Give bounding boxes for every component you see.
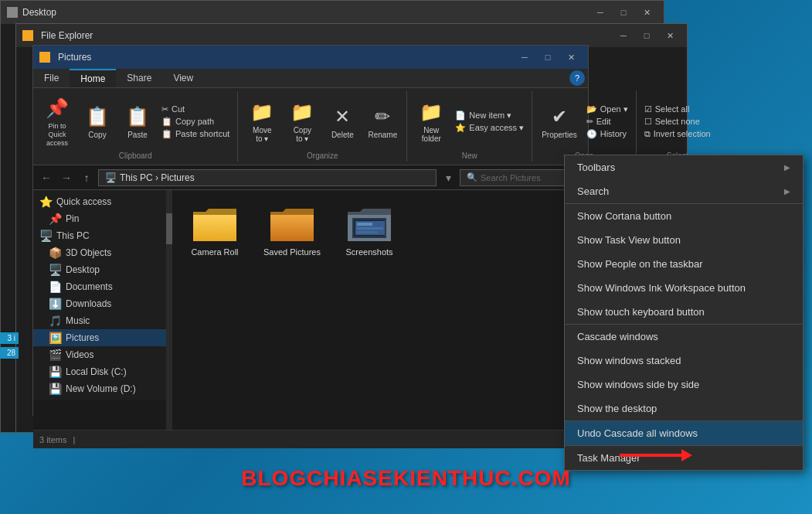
pictures-window-title: Pictures bbox=[58, 52, 509, 63]
move-to-button[interactable]: 📁 Moveto ▾ bbox=[243, 97, 281, 146]
select-none-icon: ☐ bbox=[644, 117, 652, 127]
sidebar-scrollbar[interactable] bbox=[166, 190, 172, 400]
invert-selection-button[interactable]: ⧉ Invert selection bbox=[641, 128, 714, 140]
sidebar-item-quick-access[interactable]: ⭐ Quick access bbox=[33, 193, 172, 210]
help-button[interactable]: ? bbox=[569, 70, 585, 86]
paste-shortcut-icon: 📋 bbox=[161, 129, 172, 139]
pin-to-quick-access-button[interactable]: 📌 Pin to Quick access bbox=[38, 93, 76, 150]
context-menu-item-keyboard[interactable]: Show touch keyboard button bbox=[565, 300, 803, 325]
pics-close-button[interactable]: ✕ bbox=[560, 49, 582, 66]
sidebar-item-quick-access-label: Quick access bbox=[56, 196, 111, 207]
sidebar-item-desktop[interactable]: 🖥️ Desktop bbox=[33, 261, 172, 278]
file-item-camera-roll[interactable]: Camera Roll bbox=[180, 198, 250, 263]
file-explorer-controls: ─ □ ✕ bbox=[613, 27, 681, 44]
sidebar-item-pictures-label: Pictures bbox=[66, 332, 99, 343]
select-none-button[interactable]: ☐ Select none bbox=[641, 116, 714, 128]
fe-close-button[interactable]: ✕ bbox=[659, 27, 681, 44]
back-button[interactable]: ← bbox=[38, 169, 55, 186]
tab-view[interactable]: View bbox=[162, 69, 204, 87]
desktop-maximize-button[interactable]: □ bbox=[613, 4, 634, 21]
delete-button[interactable]: ✕ Delete bbox=[323, 101, 362, 142]
sidebar-item-pictures[interactable]: 🖼️ Pictures bbox=[33, 329, 172, 346]
file-item-screenshots[interactable]: Screenshots bbox=[335, 198, 404, 263]
sidebar-item-videos[interactable]: 🎬 Videos bbox=[33, 346, 172, 363]
sidebar-scrollbar-thumb[interactable] bbox=[166, 213, 172, 244]
copy-to-label: Copyto ▾ bbox=[294, 126, 311, 143]
new-item-button[interactable]: 📄 New item ▾ bbox=[452, 110, 527, 121]
ribbon-group-clipboard: 📌 Pin to Quick access 📋 Copy 📋 Paste ✂ bbox=[33, 91, 238, 162]
blog-text: BLOGCHIASEKIENTHUC.COM bbox=[241, 466, 570, 490]
desktop-minimize-button[interactable]: ─ bbox=[589, 4, 611, 21]
context-menu-item-stacked[interactable]: Show windows stacked bbox=[565, 349, 803, 373]
delete-icon: ✕ bbox=[330, 104, 355, 129]
sidebar-item-this-pc[interactable]: 🖥️ This PC bbox=[33, 227, 172, 244]
paste-button[interactable]: 📋 Paste bbox=[118, 101, 157, 142]
easy-access-button[interactable]: ⭐ Easy access ▾ bbox=[452, 122, 527, 134]
sidebar-item-new-volume[interactable]: 💾 New Volume (D:) bbox=[33, 380, 172, 397]
edit-button[interactable]: ✏ Edit bbox=[583, 116, 631, 128]
context-menu-item-side-by-side[interactable]: Show windows side by side bbox=[565, 373, 803, 397]
select-buttons: ☑ Select all ☐ Select none ⧉ Invert sele… bbox=[641, 93, 714, 150]
context-menu-item-ink[interactable]: Show Windows Ink Workspace button bbox=[565, 276, 803, 300]
sidebar-item-downloads[interactable]: ⬇️ Downloads bbox=[33, 295, 172, 312]
up-button[interactable]: ↑ bbox=[78, 169, 95, 186]
sidebar-item-pin[interactable]: 📌 Pin bbox=[33, 210, 172, 227]
address-path[interactable]: 🖥️ This PC › Pictures bbox=[98, 169, 437, 186]
quick-access-icon: ⭐ bbox=[39, 196, 52, 208]
desktop-window-title: Desktop bbox=[22, 7, 585, 18]
tab-file[interactable]: File bbox=[33, 69, 70, 87]
context-menu-people-label: Show People on the taskbar bbox=[577, 258, 703, 270]
tab-share[interactable]: Share bbox=[116, 69, 162, 87]
new-folder-icon: 📁 bbox=[419, 100, 443, 124]
new-folder-button[interactable]: 📁 Newfolder bbox=[412, 97, 450, 146]
invert-selection-icon: ⧉ bbox=[644, 129, 651, 139]
pics-minimize-button[interactable]: ─ bbox=[514, 49, 535, 66]
file-item-saved-pictures[interactable]: Saved Pictures bbox=[257, 198, 327, 263]
pictures-titlebar: Pictures ─ □ ✕ bbox=[33, 46, 588, 69]
open-label: Open ▾ bbox=[600, 104, 628, 114]
cut-button[interactable]: ✂ Cut bbox=[158, 104, 233, 115]
fe-maximize-button[interactable]: □ bbox=[636, 27, 657, 44]
address-dropdown-button[interactable]: ▾ bbox=[440, 169, 457, 186]
copy-icon: 📋 bbox=[85, 104, 110, 129]
sidebar-item-videos-label: Videos bbox=[66, 349, 93, 360]
pictures-window-controls: ─ □ ✕ bbox=[514, 49, 582, 66]
select-all-button[interactable]: ☑ Select all bbox=[641, 104, 714, 115]
context-menu-item-undo-cascade[interactable]: Undo Cascade all windows bbox=[565, 421, 803, 445]
context-menu-item-toolbars[interactable]: Toolbars ▶ bbox=[565, 155, 803, 179]
context-menu-item-people[interactable]: Show People on the taskbar bbox=[565, 252, 803, 276]
select-all-icon: ☑ bbox=[644, 104, 652, 114]
properties-label: Properties bbox=[542, 131, 577, 139]
sidebar-item-local-disk[interactable]: 💾 Local Disk (C:) bbox=[33, 363, 172, 380]
paste-shortcut-button[interactable]: 📋 Paste shortcut bbox=[158, 128, 233, 140]
sidebar-item-3d-objects-label: 3D Objects bbox=[66, 247, 111, 258]
sidebar-item-music-label: Music bbox=[66, 315, 90, 326]
left-badges: 3 i 28 bbox=[0, 332, 19, 359]
screenshots-folder-icon bbox=[345, 204, 394, 244]
status-bar: 3 items | bbox=[33, 430, 588, 448]
copy-to-button[interactable]: 📁 Copyto ▾ bbox=[283, 97, 321, 146]
sidebar-item-documents[interactable]: 📄 Documents bbox=[33, 278, 172, 295]
tab-home[interactable]: Home bbox=[70, 69, 116, 87]
properties-button[interactable]: ✔ Properties bbox=[537, 101, 582, 142]
rename-button[interactable]: ✏ Rename bbox=[363, 101, 402, 142]
easy-access-label: Easy access ▾ bbox=[469, 123, 524, 133]
context-menu-item-cascade[interactable]: Cascade windows bbox=[565, 325, 803, 349]
open-icon: 📂 bbox=[586, 104, 597, 114]
copy-path-button[interactable]: 📋 Copy path bbox=[158, 116, 233, 128]
desktop-close-button[interactable]: ✕ bbox=[636, 4, 657, 21]
forward-button[interactable]: → bbox=[58, 169, 75, 186]
sidebar-item-music[interactable]: 🎵 Music bbox=[33, 312, 172, 329]
open-button[interactable]: 📂 Open ▾ bbox=[583, 104, 631, 115]
copy-button[interactable]: 📋 Copy bbox=[78, 101, 117, 142]
open-small-buttons: 📂 Open ▾ ✏ Edit 🕒 History bbox=[583, 104, 631, 140]
fe-minimize-button[interactable]: ─ bbox=[613, 27, 634, 44]
context-menu-item-task-view[interactable]: Show Task View button bbox=[565, 228, 803, 252]
copy-label: Copy bbox=[88, 131, 106, 139]
history-button[interactable]: 🕒 History bbox=[583, 128, 631, 140]
pics-maximize-button[interactable]: □ bbox=[537, 49, 559, 66]
context-menu-item-show-desktop[interactable]: Show the desktop bbox=[565, 397, 803, 421]
sidebar-item-3d-objects[interactable]: 📦 3D Objects bbox=[33, 244, 172, 261]
context-menu-item-cortana[interactable]: Show Cortana button bbox=[565, 204, 803, 228]
context-menu-item-search[interactable]: Search ▶ bbox=[565, 179, 803, 204]
